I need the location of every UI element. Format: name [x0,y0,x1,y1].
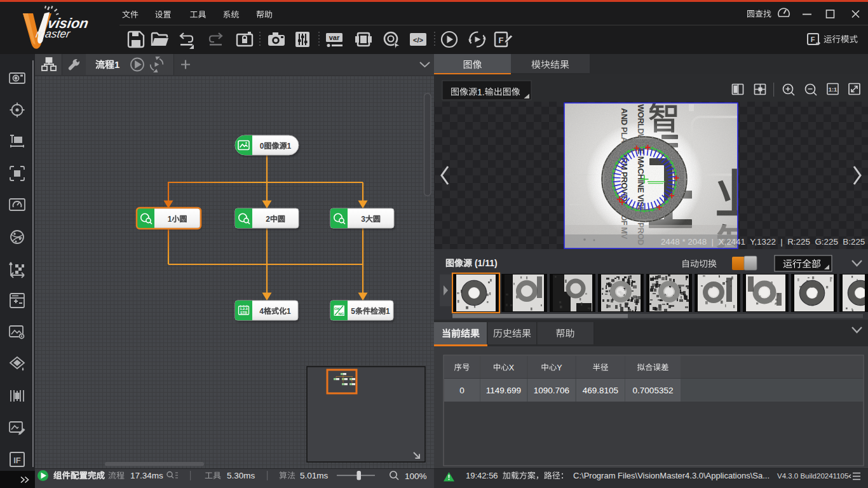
svg-text:NG: NG [339,312,344,316]
svg-text:master: master [35,27,72,40]
svg-text:100%: 100% [405,471,427,481]
svg-text:1149.699: 1149.699 [486,386,521,395]
svg-text:2: 2 [266,215,270,224]
svg-text:STR: STR [240,311,247,315]
svg-text:F: F [811,36,815,43]
svg-text:var: var [329,34,340,41]
svg-text:1: 1 [287,142,292,151]
svg-text:OK: OK [334,307,341,311]
svg-text:1.2.3: 1.2.3 [240,307,247,311]
svg-text:F: F [499,36,504,45]
svg-text:1: 1 [386,307,390,316]
svg-text:3: 3 [361,215,365,224]
svg-text:1: 1 [114,59,119,70]
svg-text:IF: IF [13,456,21,465]
svg-text:1: 1 [287,307,291,316]
svg-text:0: 0 [260,142,264,151]
svg-text:1: 1 [168,215,172,224]
svg-text:(1/11): (1/11) [472,258,498,268]
svg-text:</>: </> [413,36,423,44]
svg-text:4: 4 [259,307,264,316]
svg-text:1.: 1. [477,87,485,97]
svg-text:5: 5 [351,307,355,316]
svg-text:2448 * 2048 | X,2441 Y,1322: 2448 * 2048 | X,2441 Y,1322 | R:225 G:22… [661,237,865,247]
svg-text:5.30ms: 5.30ms [227,471,255,480]
svg-text:0.7005352: 0.7005352 [633,386,674,395]
svg-text:1:1: 1:1 [829,86,837,93]
svg-text:0: 0 [459,386,465,395]
svg-text:C:\Program Files\VisionMaster4: C:\Program Files\VisionMaster4.3.0\Appli… [569,471,770,480]
svg-text:5.01ms: 5.01ms [300,471,329,480]
svg-text:1090.706: 1090.706 [534,386,569,395]
svg-text:19:42:56: 19:42:56 [466,471,503,480]
svg-text:469.8105: 469.8105 [583,386,618,395]
svg-text:Y: Y [557,363,562,372]
svg-text:V4.3.0 Build20241105: V4.3.0 Build20241105 [777,472,848,480]
svg-text:X: X [509,363,515,372]
svg-text:17.34ms: 17.34ms [130,471,163,480]
